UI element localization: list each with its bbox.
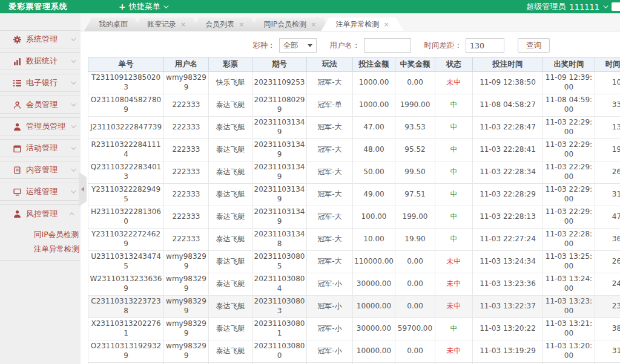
tab-账变记录[interactable]: 账变记录× [133,18,200,31]
sidebar-submenu: 同IP会员检测注单异常检测 [0,223,81,261]
table-cell: 93.53 [395,117,435,139]
close-icon[interactable]: × [180,21,186,28]
username-filter-label: 用户名： [330,41,360,51]
search-button[interactable]: 查询 [518,38,550,53]
table-cell: 202311030803 [252,296,307,318]
table-row[interactable]: R231103222841114222333泰达飞艇202311031349冠军… [88,139,620,161]
column-header: 玩法 [307,57,353,72]
sidebar-item[interactable]: 风控管理 [0,204,81,223]
tab-label: 我的桌面 [99,19,128,30]
sidebar-item[interactable]: 电子银行 [0,74,81,92]
chevron-left-icon [81,187,84,192]
table-cell: 10000.00 [353,340,395,363]
table-cell: 11-03 13:24:34 [473,251,543,273]
sidebar-collapse-handle[interactable] [79,172,87,207]
table-row[interactable]: C231103132237238wmy983299泰达飞艇20231103080… [88,296,620,318]
table-cell: 99.50 [395,161,435,184]
table-cell: H231103222813060 [88,206,164,229]
tab-注单异常检测[interactable]: 注单异常检测× [321,18,403,31]
column-header: 出奖时间 [543,57,595,72]
tab-label: 会员列表 [205,19,234,30]
sidebar-item[interactable]: 管理员管理 [0,117,81,135]
table-row[interactable]: H231103222813060222333泰达飞艇202311031349冠军… [88,206,620,229]
table-cell: 中 [435,184,473,206]
chevron-down-icon [71,188,76,193]
table-cell: 10000.00 [353,296,395,318]
table-row[interactable]: J231103222847739222333泰达飞艇202311031349冠军… [88,117,620,139]
table-cell: 11-03 13:19:29 [473,340,543,363]
risk-icon [13,210,21,218]
table-row[interactable]: O231103131929329wmy983299泰达飞艇20231103080… [88,340,620,363]
table-cell: 1990.00 [395,94,435,117]
chevron-down-icon [71,101,76,106]
table-cell: 38 [595,318,620,340]
table-cell: 24 [595,273,620,296]
column-header: 单号 [88,57,164,72]
tab-label: 同IP会员检测 [263,19,306,30]
sidebar-item-label: 系统管理 [26,34,66,45]
table-header-row: 单号用户名彩票期号玩法投注金额中奖金额状态投注时间出奖时间时间差 [88,57,620,72]
table-cell: 59700.00 [395,318,435,340]
table-cell: 11-08 04:58:27 [473,94,543,117]
table-cell: 97.51 [395,184,435,206]
table-row[interactable]: Y231103222724629222333泰达飞艇202311031348冠军… [88,229,620,251]
timediff-input[interactable] [466,38,504,53]
sidebar-item[interactable]: 数据统计 [0,52,81,70]
member-icon [13,101,21,109]
table-row[interactable]: O231108045827809222333泰达飞艇202311080299冠军… [88,94,620,117]
sidebar-subitem[interactable]: 同IP会员检测 [0,227,81,242]
table-row[interactable]: T231109123850203wmy983299快乐飞艇20231109253… [88,72,620,94]
table-row[interactable]: Y231103222829495222333泰达飞艇202311031349冠军… [88,184,620,206]
table-cell: 202311031349 [252,139,307,161]
sidebar-item[interactable]: 活动管理 [0,139,81,157]
table-cell: 23 [595,296,620,318]
close-icon[interactable]: × [383,21,389,28]
close-icon[interactable]: × [311,21,316,28]
sidebar-item-label: 数据统计 [26,56,66,67]
sidebar-item[interactable]: 会员管理 [0,96,81,114]
table-row[interactable]: W231103132336369wmy983299泰达飞艇20231103080… [88,273,620,296]
table-cell: 11-03 22:28:41 [473,139,543,161]
column-header: 期号 [252,57,307,72]
table-body: T231109123850203wmy983299快乐飞艇20231109253… [88,72,620,364]
gear-icon [13,36,21,44]
username-input[interactable] [364,38,411,53]
quick-menu-button[interactable]: + 快捷菜单 [113,1,173,12]
tab-我的桌面[interactable]: 我的桌面 [84,18,142,31]
table-cell: 19.90 [395,229,435,251]
sidebar-item[interactable]: 内容管理 [0,161,81,179]
table-cell: 冠军-小 [307,296,353,318]
lottery-select-value: 全部 [283,41,298,51]
table-row[interactable]: X231103132022761wmy983299泰达飞艇20231103080… [88,318,620,340]
sidebar-item-label: 运维管理 [26,186,66,197]
table-cell: 中 [435,161,473,184]
table-row[interactable]: Q231103222834013222333泰达飞艇202311031349冠军… [88,161,620,184]
orders-table: 单号用户名彩票期号玩法投注金额中奖金额状态投注时间出奖时间时间差 T231109… [88,57,620,364]
chevron-down-icon [71,57,76,62]
table-cell: 11-03 22:28:13 [473,206,543,229]
table-cell: 50.00 [353,161,395,184]
table-cell: 泰达飞艇 [209,296,252,318]
lottery-select[interactable]: 全部 [279,38,317,53]
tab-会员列表[interactable]: 会员列表× [191,18,259,31]
table-cell: 95.52 [395,139,435,161]
table-cell: wmy983299 [164,318,209,340]
sidebar-item[interactable]: 系统管理 [0,30,81,48]
table-cell: 19 [595,139,620,161]
sidebar-subitem[interactable]: 注单异常检测 [0,242,81,256]
table-row[interactable]: U231103132434745wmy983299泰达飞艇20231103080… [88,251,620,273]
sidebar-item[interactable]: 运维管理 [0,183,81,201]
table-cell: 222333 [164,117,209,139]
tab-同IP会员检测[interactable]: 同IP会员检测× [249,18,331,31]
table-cell: 26 [595,251,620,273]
content-panel: 彩种： 全部 用户名： 时间差距： 查询 单号用户名彩票期号玩法投注金额中奖金额… [81,31,620,364]
table-cell: 11-03 22:29:00 [543,184,595,206]
table-cell: 202311031348 [252,229,307,251]
column-header: 用户名 [164,57,209,72]
table-cell: 222333 [164,161,209,184]
chevron-down-icon [163,3,168,8]
user-menu[interactable]: 超级管理员 111111 [526,1,607,12]
close-icon[interactable]: × [239,21,244,28]
home-icon[interactable] [612,2,620,11]
chart-icon [13,57,21,65]
